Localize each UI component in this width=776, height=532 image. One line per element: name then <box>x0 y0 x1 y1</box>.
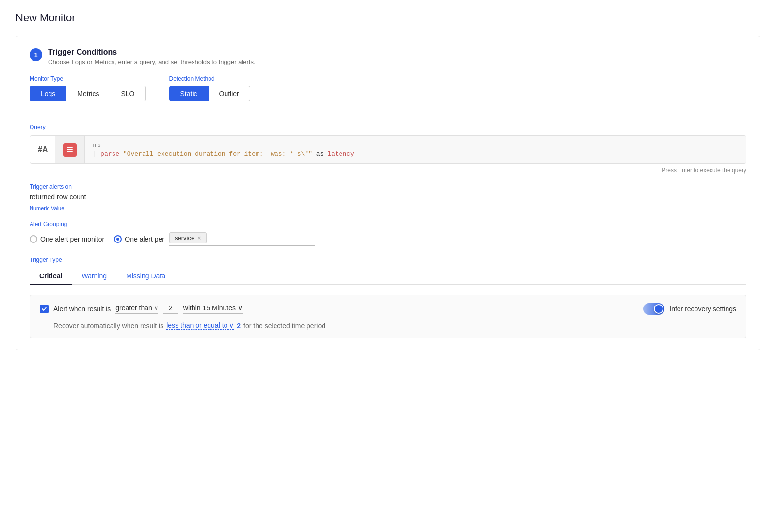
query-hint: Press Enter to execute the query <box>30 167 746 174</box>
svg-rect-1 <box>67 149 73 150</box>
recover-suffix: for the selected time period <box>243 322 325 330</box>
query-label: Query <box>30 124 746 130</box>
monitor-type-group: Monitor Type Logs Metrics SLO <box>30 75 146 101</box>
trigger-config-row: Alert when result is greater than ∨ 2 wi… <box>40 303 736 315</box>
infer-row: Infer recovery settings <box>643 303 736 315</box>
svg-rect-2 <box>67 151 73 152</box>
detection-outlier-btn[interactable]: Outlier <box>209 86 250 101</box>
one-alert-per-monitor-label: One alert per monitor <box>40 235 104 243</box>
recover-value: 2 <box>237 322 241 330</box>
page-title: New Monitor <box>16 12 760 24</box>
within-chevron-icon: ∨ <box>238 304 242 312</box>
alert-grouping-label: Alert Grouping <box>30 221 746 227</box>
alert-grouping-group: Alert Grouping One alert per monitor One… <box>30 221 746 246</box>
one-alert-per-option[interactable]: One alert per <box>114 235 164 243</box>
trigger-conditions-section: 1 Trigger Conditions Choose Logs or Metr… <box>16 36 760 350</box>
service-tag: service × <box>169 232 207 243</box>
recover-prefix: Recover automatically when result is <box>53 322 163 330</box>
trigger-alerts-row: Trigger alerts on returned row count Num… <box>30 183 746 211</box>
remove-tag-btn[interactable]: × <box>197 234 201 242</box>
trigger-tab-critical[interactable]: Critical <box>30 268 72 285</box>
monitor-detection-row: Monitor Type Logs Metrics SLO Detection … <box>30 75 746 112</box>
alert-checkbox[interactable] <box>40 305 48 313</box>
alert-when-text: Alert when result is <box>53 305 111 313</box>
detection-static-btn[interactable]: Static <box>169 86 209 101</box>
within-dropdown[interactable]: within 15 Minutes ∨ <box>183 304 242 314</box>
detection-method-group: Detection Method Static Outlier <box>169 75 250 101</box>
greater-than-chevron-icon: ∨ <box>154 305 158 311</box>
detection-method-btn-group: Static Outlier <box>169 86 250 101</box>
monitor-type-slo-btn[interactable]: SLO <box>110 86 146 101</box>
greater-than-label: greater than <box>115 304 152 312</box>
toggle-knob <box>654 304 663 314</box>
trigger-alerts-label: Trigger alerts on <box>30 183 746 190</box>
one-alert-per-row: One alert per service × <box>114 232 315 246</box>
trigger-tab-missing-data[interactable]: Missing Data <box>116 268 175 285</box>
one-alert-per-monitor-radio[interactable] <box>30 235 37 243</box>
numeric-value-label: Numeric Value <box>30 205 746 211</box>
monitor-type-logs-btn[interactable]: Logs <box>30 86 66 101</box>
service-tag-label: service <box>175 234 194 242</box>
infer-recovery-label: Infer recovery settings <box>669 305 736 313</box>
monitor-type-btn-group: Logs Metrics SLO <box>30 86 146 101</box>
query-datasource-icon <box>63 143 77 157</box>
trigger-type-label: Trigger Type <box>30 257 746 263</box>
query-row: #A ms | parse "Overall execution duratio… <box>30 135 746 164</box>
within-label: within 15 Minutes <box>183 304 236 312</box>
query-editor[interactable]: ms | parse "Overall execution duration f… <box>85 136 746 163</box>
query-section: Query #A ms | parse "Overall execution d… <box>30 124 746 174</box>
section-title: Trigger Conditions <box>48 48 256 57</box>
threshold-value[interactable]: 2 <box>163 304 178 314</box>
alert-grouping-row: One alert per monitor One alert per serv… <box>30 232 746 246</box>
trigger-alerts-dropdown[interactable]: returned row count <box>30 193 127 203</box>
trigger-tab-warning[interactable]: Warning <box>72 268 116 285</box>
query-code[interactable]: | parse "Overall execution duration for … <box>93 150 738 158</box>
query-datasource: ms <box>93 142 738 148</box>
detection-method-label: Detection Method <box>169 75 250 82</box>
one-alert-per-radio[interactable] <box>114 235 122 243</box>
greater-than-dropdown[interactable]: greater than ∨ <box>115 304 158 314</box>
trigger-config-outer: Alert when result is greater than ∨ 2 wi… <box>30 295 746 338</box>
section-header: 1 Trigger Conditions Choose Logs or Metr… <box>30 48 746 65</box>
monitor-type-metrics-btn[interactable]: Metrics <box>66 86 110 101</box>
svg-rect-0 <box>67 147 73 148</box>
query-id: #A <box>30 136 55 163</box>
recover-condition-label: less than or equal to <box>166 322 227 329</box>
section-subtitle: Choose Logs or Metrics, enter a query, a… <box>48 58 256 65</box>
recover-row: Recover automatically when result is les… <box>40 322 736 330</box>
infer-recovery-toggle[interactable] <box>643 303 664 315</box>
query-icon-box <box>55 136 85 163</box>
tag-input-area[interactable]: service × <box>169 232 315 246</box>
recover-condition-chevron-icon: ∨ <box>229 322 234 329</box>
one-alert-per-label: One alert per <box>125 235 164 243</box>
recover-condition-dropdown[interactable]: less than or equal to ∨ <box>166 322 234 330</box>
trigger-tabs: Critical Warning Missing Data <box>30 268 746 285</box>
monitor-type-label: Monitor Type <box>30 75 146 82</box>
section-header-text: Trigger Conditions Choose Logs or Metric… <box>48 48 256 65</box>
step-badge: 1 <box>30 48 42 61</box>
one-alert-per-monitor-option[interactable]: One alert per monitor <box>30 235 104 243</box>
trigger-type-section: Trigger Type Critical Warning Missing Da… <box>30 257 746 338</box>
